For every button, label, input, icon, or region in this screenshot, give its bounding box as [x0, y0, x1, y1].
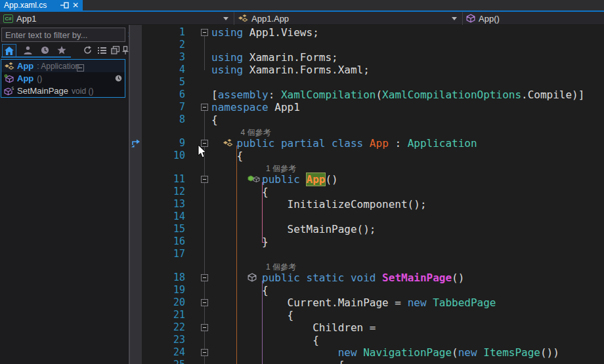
line-number: 9: [142, 137, 185, 150]
code-text: InitializeComponent();: [211, 198, 427, 211]
vs-window: App.xaml.cs ✕ C# App1 App1.App: [0, 0, 604, 364]
code-text: Current.MainPage = new TabbedPage: [211, 296, 496, 309]
members-tab[interactable]: [20, 44, 35, 56]
line-number: 11: [142, 173, 185, 186]
type-name: App1.App: [251, 14, 289, 24]
filter-input[interactable]: [2, 30, 124, 40]
line-number: 12: [142, 186, 185, 198]
tree-item-detail: (): [37, 74, 42, 83]
line-number: 25: [142, 359, 185, 364]
code-text: {: [211, 359, 344, 364]
member-tree: App : Application App (): [1, 59, 125, 98]
line-number: 15: [142, 223, 185, 235]
code-text: [assembly: XamlCompilation(XamlCompilati…: [211, 89, 584, 101]
line-number: 24: [142, 346, 185, 359]
codelens-row: 1 個參考: [130, 260, 604, 272]
chevron-down-icon[interactable]: [223, 17, 228, 20]
tab-underline: [1, 56, 71, 58]
code-editor[interactable]: 1using App1.Views;23using Xamarin.Forms;…: [130, 25, 604, 364]
line-number: 13: [142, 198, 185, 211]
code-text: namespace App1: [211, 101, 300, 113]
fold-toggle[interactable]: [201, 299, 208, 306]
line-number: 3: [142, 51, 185, 64]
tree-item-detail: : Application: [37, 62, 79, 71]
sidebar-toolbar: [0, 43, 129, 58]
refresh-button[interactable]: [80, 44, 95, 56]
home-tab[interactable]: [2, 44, 16, 56]
fold-toggle[interactable]: [201, 324, 208, 331]
close-icon[interactable]: ✕: [72, 1, 79, 9]
fold-toggle[interactable]: [201, 176, 208, 183]
tree-item-label: SetMainPage: [17, 86, 68, 96]
inheritance-indicator-icon[interactable]: [131, 138, 141, 148]
code-text: new NavigationPage(new ItemsPage()): [211, 346, 559, 359]
class-icon: [238, 14, 248, 23]
code-line: 6[assembly: XamlCompilation(XamlCompilat…: [130, 89, 604, 101]
line-number: 14: [142, 211, 185, 223]
code-line: 5: [130, 76, 604, 89]
code-text: {: [211, 309, 293, 321]
line-number: 2: [142, 39, 185, 51]
code-line: 17: [130, 248, 604, 260]
method-icon: [466, 14, 475, 23]
code-text: public App(): [211, 173, 338, 186]
code-text: }: [211, 235, 269, 248]
member-name: App(): [479, 14, 500, 24]
type-dropdown[interactable]: App1.App: [234, 12, 463, 25]
tree-item-setmainpage[interactable]: S SetMainPage void (): [1, 85, 125, 97]
code-text: public partial class App : Application: [211, 137, 477, 150]
code-text: {: [211, 284, 269, 296]
fold-toggle[interactable]: [201, 349, 208, 356]
member-dropdown[interactable]: App(): [463, 12, 604, 25]
home-icon: [5, 47, 14, 55]
fold-toggle[interactable]: [201, 274, 208, 281]
line-number: 4: [142, 64, 185, 76]
tab-app-xaml-cs[interactable]: App.xaml.cs ✕: [0, 0, 83, 10]
code-line: 4using Xamarin.Forms.Xaml;: [130, 64, 604, 76]
favorites-tab[interactable]: [54, 44, 69, 56]
project-dropdown[interactable]: C# App1: [0, 12, 234, 25]
code-line: 14: [130, 211, 604, 223]
line-number: 23: [142, 334, 185, 346]
line-number: 22: [142, 321, 185, 334]
line-number: 1: [142, 26, 185, 39]
fold-toggle[interactable]: [201, 104, 208, 111]
collapse-toggle[interactable]: [77, 64, 84, 71]
code-text: SetMainPage();: [211, 223, 376, 235]
sort-list-button[interactable]: [95, 44, 109, 56]
tab-title: App.xaml.cs: [4, 1, 58, 10]
code-line: 12 {: [130, 186, 604, 198]
history-tab[interactable]: [37, 44, 52, 56]
pin-icon: [122, 46, 129, 54]
structure-sidebar: ✕: [0, 25, 129, 364]
chevron-down-icon[interactable]: [452, 17, 457, 20]
code-line: 24 new NavigationPage(new ItemsPage()): [130, 346, 604, 359]
code-text: using App1.Views;: [211, 26, 319, 39]
code-text: {: [211, 186, 269, 198]
csharp-project-icon: C#: [3, 14, 13, 23]
tree-item-constructor-app[interactable]: App (): [1, 72, 125, 85]
person-icon: [24, 46, 32, 54]
constructor-icon: [4, 74, 14, 83]
line-number: 18: [142, 272, 185, 284]
fold-toggle[interactable]: [201, 29, 208, 36]
tree-item-label: App: [17, 73, 33, 83]
tree-item-class-app[interactable]: App : Application: [1, 60, 125, 72]
tree-item-detail: void (): [72, 87, 93, 96]
line-number: 5: [142, 76, 185, 89]
code-line: 18 public static void SetMainPage(): [130, 272, 604, 284]
code-lines: 1using App1.Views;23using Xamarin.Forms;…: [130, 25, 604, 364]
code-line: 19 {: [130, 284, 604, 296]
clock-icon: [115, 74, 122, 84]
code-text: {: [211, 150, 243, 162]
code-line: 3using Xamarin.Forms;: [130, 51, 604, 64]
project-name: App1: [16, 14, 36, 24]
code-line: 22 Children =: [130, 321, 604, 334]
class-icon: [4, 62, 14, 71]
document-tab-bar: App.xaml.cs ✕: [0, 0, 604, 10]
pin-icon[interactable]: [60, 1, 69, 9]
code-text: {: [211, 334, 319, 346]
code-navigation-bar: C# App1 App1.App App(): [0, 12, 604, 25]
code-line: 15 SetMainPage();: [130, 223, 604, 235]
line-number: 7: [142, 101, 185, 113]
